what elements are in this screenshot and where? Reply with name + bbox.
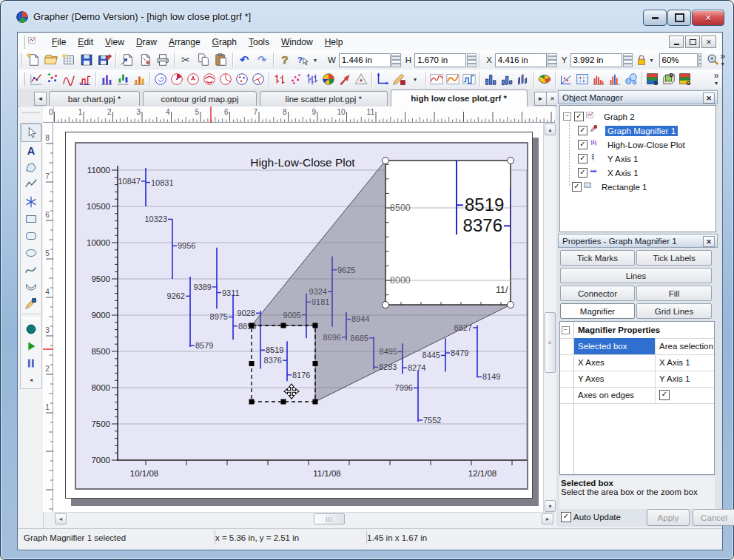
property-row-axes-on-edges[interactable]: Axes on edges✓: [560, 387, 714, 404]
polar-wind-button[interactable]: [250, 71, 266, 87]
lock-icon[interactable]: [633, 52, 650, 68]
map-p-button[interactable]: D: [661, 71, 677, 87]
auto-update-checkbox[interactable]: ✓: [561, 512, 571, 522]
object-manager-close-icon[interactable]: ✕: [703, 92, 715, 104]
paste-button[interactable]: [212, 52, 230, 68]
y-position-input[interactable]: [570, 53, 622, 67]
tab-high-low-close-plot-grf[interactable]: high low close plot.grf *: [391, 90, 528, 107]
redo-button[interactable]: ↷: [253, 52, 271, 68]
tool-more-button[interactable]: ◂: [21, 371, 41, 388]
mdi-minimize-button[interactable]: [669, 36, 684, 48]
map-d-button[interactable]: D: [644, 71, 661, 87]
tree-item-graph-magnifier-1[interactable]: ✓Graph Magnifier 1: [578, 124, 678, 138]
scroll-right-button[interactable]: ►: [542, 513, 553, 524]
bar-chart-blue-button[interactable]: [98, 71, 115, 87]
vector-plot-button[interactable]: [337, 71, 353, 87]
bars-3d-c-button[interactable]: [515, 71, 531, 87]
apply-button[interactable]: Apply: [647, 509, 690, 526]
scroll-up-button[interactable]: ▲: [545, 124, 556, 135]
maximize-button[interactable]: [667, 10, 691, 26]
menu-draw[interactable]: Draw: [130, 35, 163, 50]
scatter-plot-button[interactable]: [44, 71, 61, 87]
horizontal-ruler[interactable]: 01234567891011: [43, 107, 555, 123]
bar-chart-orange-button[interactable]: [131, 71, 147, 87]
tree-expand-icon[interactable]: −: [563, 112, 571, 121]
bars-3d-a-button[interactable]: [482, 71, 499, 87]
horizontal-scrollbar[interactable]: ◄ ||| ►: [53, 512, 555, 525]
properties-tab-fill[interactable]: Fill: [636, 286, 712, 301]
menu-view[interactable]: View: [99, 35, 130, 50]
mdi-restore-button[interactable]: [685, 36, 700, 48]
import-button[interactable]: [118, 52, 136, 68]
properties-tab-tick-labels[interactable]: Tick Labels: [636, 250, 712, 266]
tab-line-scatter-plot-gpj[interactable]: line scatter plot.gpj *: [260, 91, 388, 106]
property-name[interactable]: Y Axes: [574, 371, 656, 387]
w-position-input[interactable]: [339, 53, 391, 67]
menu-tools[interactable]: Tools: [243, 35, 275, 50]
vscroll-thumb[interactable]: ≡: [545, 312, 556, 373]
tool-circle-button[interactable]: [21, 320, 41, 337]
properties-tab-magnifier[interactable]: Magnifier: [560, 303, 635, 319]
histogram-a-button[interactable]: [590, 71, 607, 87]
zoom-spinner[interactable]: [698, 53, 701, 67]
polar-spiral-button[interactable]: [152, 71, 169, 87]
tree-item-rectangle-1[interactable]: ✓Rectangle 1: [572, 180, 649, 194]
cut-button[interactable]: ✂: [177, 52, 195, 68]
wave-red-button[interactable]: [428, 71, 445, 87]
tool-rectangle-button[interactable]: [21, 210, 41, 227]
property-value[interactable]: X Axis 1: [656, 354, 714, 371]
property-value[interactable]: Area selection: [656, 338, 714, 354]
tool-polygon-button[interactable]: [21, 159, 41, 176]
property-value[interactable]: Y Axis 1: [656, 371, 714, 387]
whats-this-button[interactable]: ?: [294, 52, 312, 68]
palette-grip[interactable]: [22, 109, 40, 113]
tree-checkbox[interactable]: ✓: [578, 154, 587, 163]
tree-item-y-axis-1[interactable]: ✓Y Axis 1: [578, 152, 640, 166]
tree-checkbox[interactable]: ✓: [578, 126, 587, 135]
toolbar2-grip[interactable]: [20, 72, 25, 86]
tree-checkbox[interactable]: ✓: [578, 168, 587, 178]
bars-3d-b-button[interactable]: [499, 71, 515, 87]
wave-orange-button[interactable]: [445, 71, 461, 87]
close-button[interactable]: ✕: [692, 10, 724, 26]
title-bar[interactable]: Grapher (Demo Version) - [high low close…: [1, 1, 733, 32]
menu-window[interactable]: Window: [275, 35, 319, 50]
tree-checkbox[interactable]: ✓: [578, 140, 587, 149]
export-button[interactable]: [136, 52, 154, 68]
tool-text-button[interactable]: A: [21, 142, 41, 159]
pie-chart-button[interactable]: [320, 71, 337, 87]
auto-update-control[interactable]: ✓ Auto Update: [561, 512, 621, 522]
h-spinner[interactable]: [467, 53, 477, 67]
property-row-x-axes[interactable]: X AxesX Axis 1: [560, 354, 714, 371]
x-position-input[interactable]: [495, 53, 547, 67]
zoom-level-input[interactable]: [659, 53, 698, 67]
vertical-scrollbar[interactable]: ▲ ≡ ▼: [543, 123, 556, 512]
tool-polyline-button[interactable]: [21, 176, 41, 193]
pie-3d-button[interactable]: [536, 71, 553, 87]
h-position-input[interactable]: [414, 53, 466, 67]
histogram-b-button[interactable]: [607, 71, 623, 87]
tab-scroll-right-button[interactable]: ►: [534, 92, 547, 106]
property-row-y-axes[interactable]: Y AxesY Axis 1: [560, 371, 714, 388]
save-as-button[interactable]: [95, 52, 113, 68]
ternary-plot-button[interactable]: [353, 71, 369, 87]
properties-tab-lines[interactable]: Lines: [560, 268, 712, 283]
minimize-button[interactable]: [643, 10, 667, 26]
cancel-button[interactable]: Cancel: [693, 509, 734, 526]
property-row-selected-box[interactable]: Selected boxArea selection: [560, 338, 714, 355]
tool-arc-button[interactable]: [21, 278, 41, 295]
x-spinner[interactable]: [548, 53, 557, 67]
polar-clock-button[interactable]: [169, 71, 185, 87]
property-value[interactable]: ✓: [656, 387, 714, 403]
scatter-3d-button[interactable]: [558, 71, 574, 87]
tree-item-x-axis-1[interactable]: ✓X Axis 1: [578, 166, 641, 180]
tree-item-graph-2[interactable]: −✓Graph 2: [563, 109, 637, 124]
tool-play-button[interactable]: [21, 337, 41, 354]
menu-arrange[interactable]: Arrange: [163, 35, 206, 50]
grid-map-button[interactable]: [574, 71, 590, 87]
y-spinner[interactable]: [623, 53, 633, 67]
polar-rose-button[interactable]: [185, 71, 201, 87]
drop-icon[interactable]: ▾: [407, 71, 423, 87]
hilo-red-button[interactable]: [272, 71, 288, 87]
vertical-ruler[interactable]: 87654321: [43, 123, 53, 512]
